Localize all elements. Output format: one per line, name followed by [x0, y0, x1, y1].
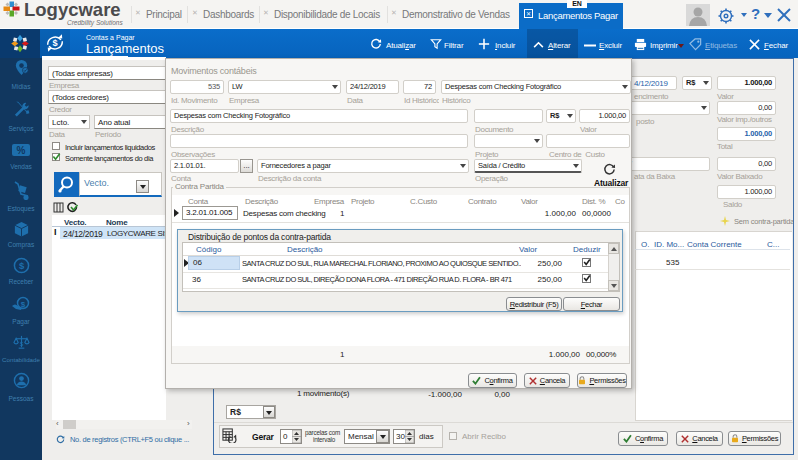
- svg-text:$: $: [21, 300, 26, 309]
- svg-text:$: $: [19, 260, 25, 271]
- svg-text:$: $: [20, 341, 24, 347]
- svg-text:$: $: [52, 38, 57, 48]
- svg-text:%: %: [17, 145, 26, 156]
